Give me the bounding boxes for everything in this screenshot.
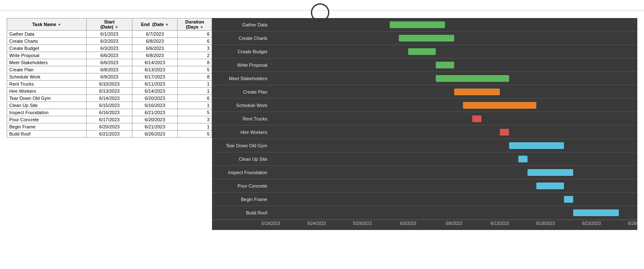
gantt-bar — [564, 196, 573, 203]
gantt-label: Clean Up Site — [212, 157, 271, 162]
gantt-row: Hire Workers — [212, 125, 637, 139]
table-row: Create Plan 6/8/2023 6/13/2023 5 — [7, 66, 212, 73]
cell-end: 6/8/2023 — [132, 52, 178, 59]
start-filter-icon[interactable]: ▼ — [115, 25, 119, 29]
table-row: Meet Stakeholders 6/6/2023 6/14/2023 8 — [7, 59, 212, 66]
gantt-axis-label: 5/29/2023 — [353, 220, 372, 226]
gantt-track — [271, 166, 637, 179]
gantt-axis-label: 6/3/2023 — [400, 220, 416, 226]
gantt-label: Tear Down Old Gym — [212, 143, 271, 148]
cell-start: 6/21/2023 — [87, 131, 132, 138]
task-filter-icon[interactable]: ▼ — [57, 23, 61, 27]
gantt-axis-label: 5/19/2023 — [261, 220, 280, 226]
gantt-track — [271, 193, 637, 206]
gantt-track — [271, 99, 637, 112]
gantt-axis-label: 6/23/2023 — [582, 220, 601, 226]
gantt-bar — [436, 75, 509, 82]
gantt-track — [271, 31, 637, 44]
cell-start: 6/20/2023 — [87, 123, 132, 131]
gantt-track — [271, 58, 637, 71]
cell-duration: 8 — [178, 73, 212, 81]
cell-end: 6/14/2023 — [132, 88, 178, 95]
cell-duration: 3 — [178, 45, 212, 52]
gantt-bar — [436, 62, 454, 68]
col-header-task[interactable]: Task Name ▼ — [7, 18, 87, 31]
gantt-row: Create Charts — [212, 31, 637, 45]
gantt-axis-label: 6/13/2023 — [491, 220, 510, 226]
cell-end: 6/26/2023 — [132, 131, 178, 138]
gantt-bar — [528, 169, 573, 176]
table-row: Hire Workers 6/13/2023 6/14/2023 1 — [7, 88, 212, 95]
table-row: Schedule Work 6/9/2023 6/17/2023 8 — [7, 73, 212, 81]
gantt-label: Create Charts — [212, 36, 271, 41]
gantt-row: Create Plan — [212, 85, 637, 99]
gantt-track — [271, 45, 637, 58]
gantt-label: Pour Concrete — [212, 183, 271, 188]
cell-end: 6/8/2023 — [132, 38, 178, 45]
gantt-bar — [399, 35, 454, 42]
table-row: Gather Data 6/1/2023 6/7/2023 6 — [7, 31, 212, 38]
cell-duration: 3 — [178, 116, 212, 123]
cell-task: Write Proposal — [7, 52, 87, 59]
cell-task: Schedule Work — [7, 73, 87, 81]
gantt-track — [271, 112, 637, 125]
cell-end: 6/20/2023 — [132, 116, 178, 123]
gantt-row: Rent Trucks — [212, 112, 637, 125]
gantt-bar — [500, 129, 509, 136]
cell-start: 6/16/2023 — [87, 109, 132, 116]
gantt-row: Gather Data — [212, 18, 637, 31]
gantt-label: Build Roof — [212, 210, 271, 215]
gantt-row: Begin Frame — [212, 193, 637, 206]
cell-end: 6/17/2023 — [132, 73, 178, 81]
cell-task: Rent Trucks — [7, 81, 87, 88]
gantt-track — [271, 139, 637, 152]
gantt-bar — [454, 89, 500, 95]
cell-end: 6/14/2023 — [132, 59, 178, 66]
table-row: Inspect Foundation 6/16/2023 6/21/2023 5 — [7, 109, 212, 116]
gantt-chart: Gather DataCreate ChartsCreate BudgetWri… — [212, 18, 637, 230]
cell-task: Begin Frame — [7, 123, 87, 131]
gantt-track — [271, 179, 637, 192]
table-row: Tear Down Old Gym 6/14/2023 6/20/2023 6 — [7, 95, 212, 102]
cell-task: Clean Up Site — [7, 102, 87, 109]
table-row: Pour Concrete 6/17/2023 6/20/2023 3 — [7, 116, 212, 123]
cell-start: 6/17/2023 — [87, 116, 132, 123]
gantt-label: Inspect Foundation — [212, 170, 271, 175]
cell-duration: 5 — [178, 109, 212, 116]
cell-end: 6/13/2023 — [132, 66, 178, 73]
gantt-track — [271, 125, 637, 138]
cell-end: 6/20/2023 — [132, 95, 178, 102]
dur-filter-icon[interactable]: ▼ — [200, 25, 204, 29]
cell-task: Gather Data — [7, 31, 87, 38]
gantt-track — [271, 206, 637, 219]
cell-start: 6/9/2023 — [87, 73, 132, 81]
col-header-end[interactable]: End (Date ▼ — [132, 18, 178, 31]
gantt-axis-label: 6/28/2023 — [628, 220, 637, 226]
gantt-label: Create Plan — [212, 89, 271, 94]
table-row: Clean Up Site 6/15/2023 6/16/2023 1 — [7, 102, 212, 109]
cell-duration: 1 — [178, 81, 212, 88]
cell-start: 6/1/2023 — [87, 31, 132, 38]
cell-duration: 5 — [178, 131, 212, 138]
gantt-track — [271, 72, 637, 85]
main-content: Task Name ▼ Start(Date) ▼ End (Date ▼ Du… — [0, 14, 644, 234]
gantt-bar — [472, 115, 481, 122]
col-header-start[interactable]: Start(Date) ▼ — [87, 18, 132, 31]
cell-end: 6/16/2023 — [132, 102, 178, 109]
gantt-bar — [390, 21, 445, 28]
cell-start: 6/3/2023 — [87, 45, 132, 52]
gantt-bar — [573, 209, 619, 216]
cell-start: 6/13/2023 — [87, 88, 132, 95]
gantt-bar — [518, 156, 528, 162]
cell-task: Create Charts — [7, 38, 87, 45]
end-filter-icon[interactable]: ▼ — [165, 23, 169, 27]
cell-duration: 6 — [178, 95, 212, 102]
cell-end: 6/11/2023 — [132, 81, 178, 88]
col-header-duration[interactable]: Duration(Days ▼ — [178, 18, 212, 31]
gantt-row: Clean Up Site — [212, 152, 637, 166]
gantt-track — [271, 85, 637, 98]
table-row: Rent Trucks 6/10/2023 6/11/2023 1 — [7, 81, 212, 88]
cell-task: Pour Concrete — [7, 116, 87, 123]
cell-duration: 2 — [178, 52, 212, 59]
cell-task: Build Roof — [7, 131, 87, 138]
